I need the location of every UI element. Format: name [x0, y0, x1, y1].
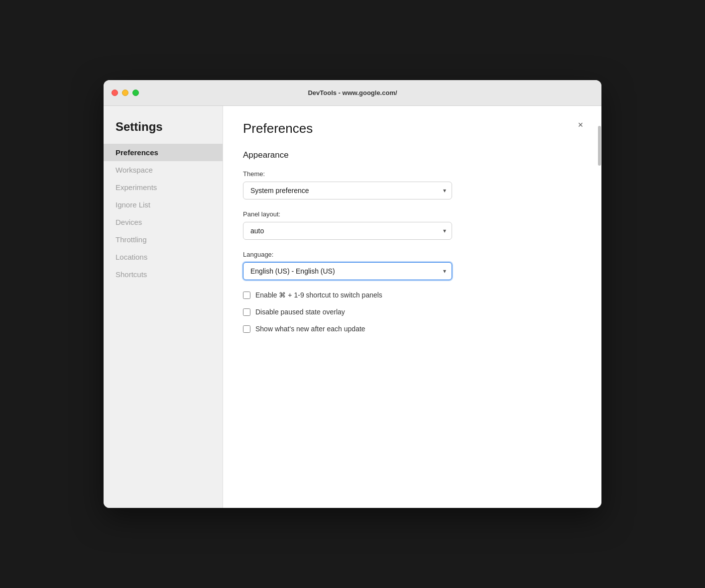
language-select-wrapper: English (US) - English (US) ▾	[243, 262, 452, 280]
close-button[interactable]: ×	[574, 118, 588, 132]
sidebar: Settings Preferences Workspace Experimen…	[104, 106, 223, 508]
sidebar-title: Settings	[104, 120, 223, 144]
sidebar-item-shortcuts[interactable]: Shortcuts	[104, 266, 223, 283]
cmd-shortcut-checkbox[interactable]	[243, 292, 250, 299]
language-field: Language: English (US) - English (US) ▾	[243, 251, 582, 280]
titlebar: DevTools - www.google.com/	[104, 80, 601, 106]
window-body: Settings Preferences Workspace Experimen…	[104, 106, 601, 508]
appearance-section-title: Appearance	[243, 150, 582, 160]
disable-paused-label: Disable paused state overlay	[255, 308, 345, 316]
devtools-window: DevTools - www.google.com/ Settings Pref…	[104, 80, 601, 508]
sidebar-item-experiments[interactable]: Experiments	[104, 179, 223, 196]
minimize-traffic-light[interactable]	[122, 90, 128, 96]
scrollbar-track[interactable]	[597, 106, 601, 508]
panel-layout-select-wrapper: auto horizontal vertical ▾	[243, 222, 452, 240]
language-label: Language:	[243, 251, 582, 258]
theme-field: Theme: System preference Light Dark ▾	[243, 170, 582, 199]
sidebar-item-devices[interactable]: Devices	[104, 213, 223, 231]
panel-layout-label: Panel layout:	[243, 210, 582, 218]
maximize-traffic-light[interactable]	[132, 90, 139, 96]
disable-paused-checkbox[interactable]	[243, 308, 250, 316]
page-title: Preferences	[243, 121, 582, 136]
theme-label: Theme:	[243, 170, 582, 178]
sidebar-item-workspace[interactable]: Workspace	[104, 161, 223, 179]
theme-select[interactable]: System preference Light Dark	[243, 182, 452, 199]
titlebar-title: DevTools - www.google.com/	[308, 89, 397, 97]
scrollbar-thumb[interactable]	[598, 126, 601, 166]
language-select[interactable]: English (US) - English (US)	[243, 262, 452, 280]
disable-paused-checkbox-item[interactable]: Disable paused state overlay	[243, 308, 582, 316]
sidebar-item-ignore-list[interactable]: Ignore List	[104, 196, 223, 213]
cmd-shortcut-label: Enable ⌘ + 1-9 shortcut to switch panels	[255, 291, 382, 299]
panel-layout-field: Panel layout: auto horizontal vertical ▾	[243, 210, 582, 240]
show-new-checkbox[interactable]	[243, 325, 250, 333]
show-new-label: Show what's new after each update	[255, 325, 365, 333]
show-new-checkbox-item[interactable]: Show what's new after each update	[243, 325, 582, 333]
sidebar-item-throttling[interactable]: Throttling	[104, 231, 223, 248]
close-traffic-light[interactable]	[112, 90, 118, 96]
traffic-lights	[112, 90, 139, 96]
sidebar-item-locations[interactable]: Locations	[104, 248, 223, 266]
theme-select-wrapper: System preference Light Dark ▾	[243, 182, 452, 199]
panel-layout-select[interactable]: auto horizontal vertical	[243, 222, 452, 240]
sidebar-item-preferences[interactable]: Preferences	[104, 144, 223, 161]
cmd-shortcut-checkbox-item[interactable]: Enable ⌘ + 1-9 shortcut to switch panels	[243, 291, 582, 299]
main-content: × Preferences Appearance Theme: System p…	[223, 106, 601, 508]
